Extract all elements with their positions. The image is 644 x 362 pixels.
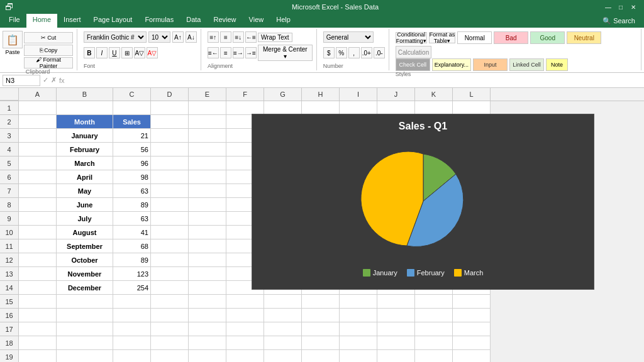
cell-d14[interactable] [151,281,189,295]
cell-c2-sales-header[interactable]: Sales [113,115,151,129]
cell-l17[interactable] [453,322,491,336]
col-header-e[interactable]: E [189,88,226,101]
cell-f1[interactable] [226,101,264,115]
cell-e13[interactable] [189,267,226,281]
cell-e1[interactable] [189,101,226,115]
cell-a10[interactable] [19,226,57,239]
cell-e11[interactable] [189,239,226,253]
cell-k17[interactable] [415,322,453,336]
cell-a19[interactable] [19,350,57,362]
cell-h15[interactable] [302,295,340,309]
cell-d13[interactable] [151,267,189,281]
col-header-f[interactable]: F [226,88,264,101]
cell-b18[interactable] [57,336,113,350]
row-header-10[interactable]: 10 [0,226,19,239]
cell-a4[interactable] [19,143,57,156]
italic-button[interactable]: I [96,47,108,58]
row-header-8[interactable]: 8 [0,198,19,212]
cell-e17[interactable] [189,322,226,336]
increase-decimal-button[interactable]: .0+ [361,47,372,58]
cell-e12[interactable] [189,253,226,267]
cell-l19[interactable] [453,350,491,362]
cell-b12-month[interactable]: October [57,253,113,267]
cell-c13-sales[interactable]: 123 [113,267,151,281]
conditional-formatting-button[interactable]: ConditionalFormatting▾ [396,32,427,43]
tab-page-layout[interactable]: Page Layout [87,14,139,28]
row-header-7[interactable]: 7 [0,184,19,198]
row-header-11[interactable]: 11 [0,239,19,253]
cell-c6-sales[interactable]: 98 [113,170,151,184]
bold-button[interactable]: B [84,47,95,58]
cell-c1[interactable] [113,101,151,115]
cell-a14[interactable] [19,281,57,295]
cell-l16[interactable] [453,309,491,322]
row-header-12[interactable]: 12 [0,253,19,267]
cell-i1[interactable] [340,101,377,115]
formula-input[interactable] [67,77,641,84]
cell-d1[interactable] [151,101,189,115]
cell-i19[interactable] [340,350,377,362]
cell-f17[interactable] [226,322,264,336]
underline-button[interactable]: U [109,47,120,58]
row-header-13[interactable]: 13 [0,267,19,281]
col-header-a[interactable]: A [19,88,57,101]
name-box[interactable]: N3 [3,75,40,86]
cell-d10[interactable] [151,226,189,239]
cell-a13[interactable] [19,267,57,281]
cell-c7-sales[interactable]: 63 [113,184,151,198]
cell-i15[interactable] [340,295,377,309]
cell-e5[interactable] [189,156,226,170]
cell-c4-sales[interactable]: 56 [113,143,151,156]
window-controls[interactable]: — □ ✕ [602,2,639,12]
cell-a15[interactable] [19,295,57,309]
col-header-h[interactable]: H [302,88,340,101]
cell-c18[interactable] [113,336,151,350]
row-header-16[interactable]: 16 [0,309,19,322]
cell-k18[interactable] [415,336,453,350]
cell-d4[interactable] [151,143,189,156]
border-button[interactable]: ⊞ [121,47,133,58]
cell-j16[interactable] [377,309,415,322]
cell-b19[interactable] [57,350,113,362]
cell-d2[interactable] [151,115,189,129]
cell-a2[interactable] [19,115,57,129]
font-shrink-button[interactable]: A↓ [186,31,197,43]
cell-c10-sales[interactable]: 41 [113,226,151,239]
col-header-k[interactable]: K [415,88,453,101]
cell-f18[interactable] [226,336,264,350]
cell-j15[interactable] [377,295,415,309]
cell-a7[interactable] [19,184,57,198]
bad-style[interactable]: Bad [494,31,528,44]
cell-e4[interactable] [189,143,226,156]
tab-view[interactable]: View [243,14,270,28]
cell-c15[interactable] [113,295,151,309]
neutral-style[interactable]: Neutral [567,31,601,44]
cell-e3[interactable] [189,129,226,143]
tab-formulas[interactable]: Formulas [138,14,180,28]
cell-b11-month[interactable]: September [57,239,113,253]
cell-a3[interactable] [19,129,57,143]
copy-button[interactable]: ⎘ Copy [24,45,73,56]
cell-h17[interactable] [302,322,340,336]
row-header-14[interactable]: 14 [0,281,19,295]
cell-d3[interactable] [151,129,189,143]
cell-c8-sales[interactable]: 89 [113,198,151,212]
align-top-right-button[interactable]: ≡↓ [233,31,244,43]
cell-e15[interactable] [189,295,226,309]
cell-b7-month[interactable]: May [57,184,113,198]
cell-h1[interactable] [302,101,340,115]
cell-c14-sales[interactable]: 254 [113,281,151,295]
font-name-select[interactable]: Franklin Gothic # [84,31,147,43]
tab-home[interactable]: Home [26,14,57,28]
row-header-5[interactable]: 5 [0,156,19,170]
wrap-text-button[interactable]: Wrap Text [258,33,292,42]
cell-d9[interactable] [151,212,189,226]
cell-h19[interactable] [302,350,340,362]
cell-f16[interactable] [226,309,264,322]
cell-b10-month[interactable]: August [57,226,113,239]
cell-c19[interactable] [113,350,151,362]
cell-j17[interactable] [377,322,415,336]
cell-e2[interactable] [189,115,226,129]
tab-file[interactable]: File [3,14,26,28]
cell-e6[interactable] [189,170,226,184]
